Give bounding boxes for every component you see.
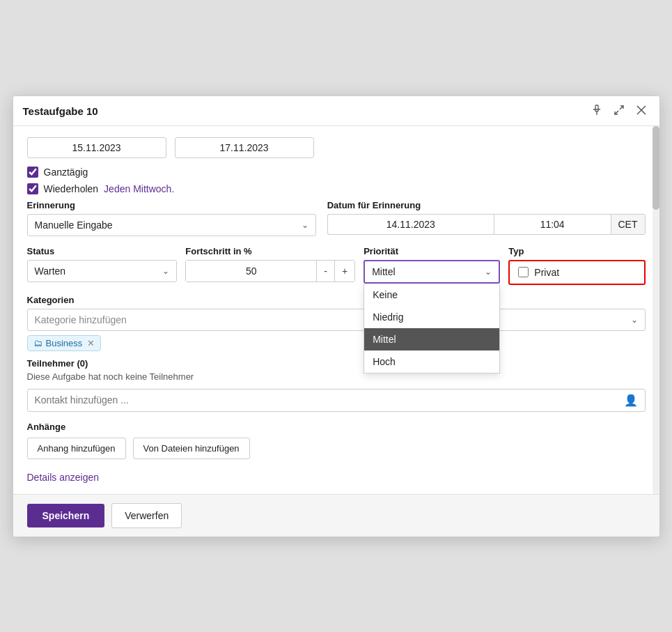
prioritaet-dropdown: Keine Niedrig Mittel Hoch [364, 284, 500, 373]
prioritaet-label: Priorität [364, 246, 500, 256]
wiederholen-row: Wiederholen Jeden Mittwoch. [27, 183, 646, 194]
sppt-row: Status Warten ⌄ Fortschritt in % - + Pri… [27, 246, 646, 285]
svg-line-3 [615, 111, 618, 114]
fortschritt-col: Fortschritt in % - + [185, 246, 355, 282]
erinnerung-label: Erinnerung [27, 200, 316, 210]
pin-button[interactable] [588, 103, 605, 120]
status-label: Status [27, 246, 178, 256]
status-select[interactable]: Warten ⌄ [27, 260, 178, 282]
datum-erinnerung-col: Datum für Erinnerung 14.11.2023 11:04 CE… [327, 200, 646, 236]
kontakt-row: 👤 [27, 389, 646, 412]
fortschritt-minus-button[interactable]: - [316, 261, 334, 282]
anhang-hinzufuegen-button[interactable]: Anhang hinzufügen [27, 438, 126, 459]
prioritaet-option-mittel[interactable]: Mittel [364, 328, 499, 350]
wiederholen-checkbox[interactable] [27, 183, 38, 194]
erinnerung-select[interactable]: Manuelle Eingabe ⌄ [27, 214, 316, 236]
anhaenge-section: Anhänge Anhang hinzufügen Von Dateien hi… [27, 422, 646, 459]
prioritaet-option-niedrig[interactable]: Niedrig [364, 306, 499, 328]
status-col: Status Warten ⌄ [27, 246, 178, 282]
privat-checkbox[interactable] [518, 267, 529, 277]
prioritaet-chevron-icon: ⌄ [485, 267, 492, 277]
kontakt-input[interactable] [35, 394, 624, 406]
date-row [27, 137, 646, 158]
reminder-row: Erinnerung Manuelle Eingabe ⌄ Datum für … [27, 200, 646, 236]
tag-close-button[interactable]: ✕ [87, 338, 95, 348]
task-dialog: Testaufgabe 10 [13, 95, 660, 537]
typ-box: Privat [508, 260, 645, 285]
fortschritt-plus-button[interactable]: + [334, 261, 354, 282]
dialog-body: Ganztägig Wiederholen Jeden Mittwoch. Er… [13, 126, 659, 494]
details-link[interactable]: Details anzeigen [27, 472, 100, 483]
tag-label: Business [46, 338, 83, 348]
erinnerung-time-input[interactable]: 11:04 [494, 214, 611, 235]
dialog-footer: Speichern Verwerfen [13, 494, 659, 537]
kategorien-chevron-icon: ⌄ [631, 315, 638, 325]
dialog-title: Testaufgabe 10 [23, 105, 98, 117]
ganztaegig-checkbox[interactable] [27, 167, 38, 178]
prioritaet-option-keine[interactable]: Keine [364, 284, 499, 306]
kategorien-select[interactable]: Kategorie hinzufügen ⌄ [27, 309, 646, 331]
fortschritt-control: - + [185, 260, 355, 282]
tag-row: 🗂 Business ✕ [27, 335, 646, 351]
status-chevron-icon: ⌄ [162, 266, 169, 276]
close-button[interactable] [633, 103, 650, 120]
kategorien-section: Kategorien Kategorie hinzufügen ⌄ 🗂 Busi… [27, 295, 646, 351]
kontakt-person-icon: 👤 [624, 394, 638, 407]
erinnerung-col: Erinnerung Manuelle Eingabe ⌄ [27, 200, 316, 236]
von-dateien-hinzufuegen-button[interactable]: Von Dateien hinzufügen [133, 438, 250, 459]
kategorien-label: Kategorien [27, 295, 646, 305]
erinnerung-value: Manuelle Eingabe [35, 219, 113, 231]
fortschritt-label: Fortschritt in % [185, 246, 355, 256]
erinnerung-date-input[interactable]: 14.11.2023 [327, 214, 494, 235]
status-value: Warten [35, 265, 66, 277]
scrollbar-thumb[interactable] [653, 126, 659, 210]
prioritaet-option-hoch[interactable]: Hoch [364, 350, 499, 373]
ganztaegig-row: Ganztägig [27, 167, 646, 178]
tag-folder-icon: 🗂 [33, 338, 42, 348]
end-date-input[interactable] [175, 137, 314, 158]
discard-button[interactable]: Verwerfen [111, 503, 182, 528]
kategorien-placeholder: Kategorie hinzufügen [35, 314, 127, 325]
save-button[interactable]: Speichern [27, 504, 105, 527]
prioritaet-value: Mittel [372, 266, 395, 277]
fortschritt-input[interactable] [186, 261, 316, 282]
teilnehmer-title: Teilnehmer (0) [27, 358, 646, 369]
teilnehmer-empty: Diese Aufgabe hat noch keine Teilnehmer [27, 371, 646, 382]
datum-erinnerung-inputs: 14.11.2023 11:04 CET [327, 214, 646, 235]
prioritaet-col: Priorität Mittel ⌄ Keine Niedrig Mittel … [364, 246, 500, 284]
start-date-input[interactable] [27, 137, 166, 158]
anhaenge-label: Anhänge [27, 422, 646, 432]
typ-label: Typ [508, 246, 645, 256]
erinnerung-tz: CET [611, 214, 646, 235]
titlebar-actions [588, 103, 650, 120]
svg-rect-0 [595, 105, 598, 111]
wiederholen-label: Wiederholen [44, 183, 99, 194]
titlebar: Testaufgabe 10 [13, 96, 659, 126]
prioritaet-select[interactable]: Mittel ⌄ [364, 260, 500, 284]
datum-erinnerung-label: Datum für Erinnerung [327, 200, 646, 210]
erinnerung-chevron-icon: ⌄ [302, 220, 308, 230]
scrollbar-track[interactable] [653, 126, 659, 494]
ganztaegig-label: Ganztägig [44, 167, 88, 178]
teilnehmer-section: Teilnehmer (0) Diese Aufgabe hat noch ke… [27, 358, 646, 382]
privat-label: Privat [534, 267, 559, 278]
anhaenge-buttons: Anhang hinzufügen Von Dateien hinzufügen [27, 438, 646, 459]
expand-button[interactable] [611, 103, 627, 120]
svg-line-4 [620, 106, 623, 109]
wiederholen-link[interactable]: Jeden Mittwoch. [104, 183, 174, 194]
typ-col: Typ Privat [508, 246, 645, 285]
tag-business: 🗂 Business ✕ [27, 335, 102, 351]
